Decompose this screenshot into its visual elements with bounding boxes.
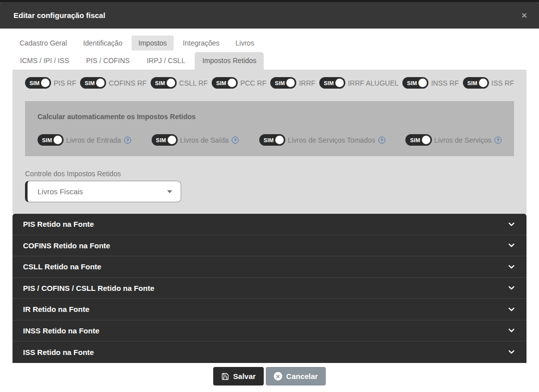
switch-knob-icon	[167, 79, 175, 87]
accordion-label: CSLL Retido na Fonte	[23, 262, 101, 271]
toggle-label: PCC RF	[240, 79, 266, 87]
chevron-down-icon	[507, 241, 516, 250]
accordion-label: IR Retido na Fonte	[23, 305, 90, 313]
save-button[interactable]: Salvar	[213, 367, 264, 385]
toggle-switch[interactable]: SIM	[402, 77, 428, 89]
toggle-switch[interactable]: SIM	[152, 134, 178, 146]
secondary-tab-bar: ICMS / IPI / ISS PIS / COFINS IRPJ / CSL…	[13, 52, 526, 70]
retention-toggle: SIM CSLL RF	[151, 77, 208, 89]
switch-state-label: SIM	[275, 80, 285, 86]
save-button-label: Salvar	[233, 372, 256, 380]
accordion-header[interactable]: ISS Retido na Fonte	[13, 341, 526, 363]
switch-knob-icon	[54, 136, 62, 144]
switch-knob-icon	[286, 79, 295, 87]
primary-tab[interactable]: Livros	[229, 36, 261, 51]
primary-tab[interactable]: Impostos	[132, 36, 174, 51]
help-icon[interactable]: ?	[232, 137, 239, 144]
switch-knob-icon	[335, 79, 344, 87]
chevron-down-icon	[507, 220, 516, 229]
toggle-label: Livros de Serviços Tomados	[288, 136, 375, 144]
auto-calc-toggle-row: SIM Livros de Entrada ? SIM	[38, 134, 501, 146]
chevron-down-icon	[507, 305, 516, 314]
modal-header: Editar configuração fiscal ×	[0, 2, 539, 29]
toggle-label: CSLL RF	[179, 79, 208, 87]
toggle-label: ISS RF	[491, 79, 514, 87]
switch-knob-icon	[479, 79, 487, 87]
retention-toggle: SIM ISS RF	[463, 77, 514, 89]
close-icon[interactable]: ×	[521, 11, 527, 20]
toggle-switch[interactable]: SIM	[259, 134, 285, 146]
accordion-label: INSS Retido na Fonte	[23, 326, 100, 335]
primary-tab[interactable]: Integrações	[176, 36, 226, 51]
switch-knob-icon	[228, 79, 236, 87]
modal-title: Editar configuração fiscal	[14, 11, 105, 20]
toggle-switch[interactable]: SIM	[25, 77, 51, 89]
retention-toggle: SIM INSS RF	[402, 77, 458, 89]
impostos-retidos-panel: SIM PIS RF SIM COFINS RF	[13, 70, 526, 214]
cancel-button[interactable]: × Cancelar	[266, 367, 326, 385]
auto-calc-panel: Calcular automaticamente os Impostos Ret…	[25, 101, 514, 156]
controle-label: Controle dos Impostos Retidos	[25, 170, 514, 178]
toggle-label: Livros de Saída	[180, 136, 229, 144]
toggle-label: IRRF ALUGUEL	[348, 79, 398, 87]
toggle-switch[interactable]: SIM	[270, 77, 296, 89]
secondary-tab[interactable]: ICMS / IPI / ISS	[13, 52, 77, 70]
chevron-down-icon	[167, 190, 172, 193]
toggle-switch[interactable]: SIM	[319, 77, 345, 89]
switch-state-label: SIM	[30, 80, 40, 86]
chevron-down-icon	[507, 347, 516, 356]
chevron-down-icon	[507, 262, 516, 271]
toggle-switch[interactable]: SIM	[38, 134, 64, 146]
accordion-header[interactable]: IR Retido na Fonte	[13, 299, 526, 320]
help-icon[interactable]: ?	[494, 137, 501, 144]
accordion-label: ISS Retido na Fonte	[23, 348, 94, 356]
accordion-label: COFINS Retido na Fonte	[23, 241, 110, 250]
modal-footer: Salvar × Cancelar	[0, 363, 539, 392]
toggle-switch[interactable]: SIM	[80, 77, 106, 89]
toggle-switch[interactable]: SIM	[405, 134, 431, 146]
auto-calc-toggle: SIM Livros de Serviços ?	[405, 134, 501, 146]
accordion-label: PIS / COFINS / CSLL Retido na Fonte	[23, 284, 154, 292]
switch-state-label: SIM	[410, 137, 420, 143]
toggle-switch[interactable]: SIM	[151, 77, 177, 89]
accordion-label: PIS Retido na Fonte	[23, 220, 94, 228]
cancel-button-label: Cancelar	[286, 372, 318, 380]
circle-x-icon: ×	[274, 372, 282, 380]
switch-state-label: SIM	[155, 80, 165, 86]
switch-state-label: SIM	[85, 80, 95, 86]
switch-state-label: SIM	[324, 80, 334, 86]
switch-knob-icon	[422, 136, 430, 144]
primary-tab-bar: Cadastro Geral Identificação Impostos In…	[13, 36, 526, 51]
toggle-label: PIS RF	[54, 79, 76, 87]
retention-toggle-row: SIM PIS RF SIM COFINS RF	[25, 77, 514, 89]
help-icon[interactable]: ?	[378, 137, 385, 144]
primary-tab[interactable]: Cadastro Geral	[13, 36, 74, 51]
toggle-label: Livros de Serviços	[434, 136, 491, 144]
secondary-tab[interactable]: IRPJ / CSLL	[139, 52, 193, 70]
accordion-header[interactable]: PIS / COFINS / CSLL Retido na Fonte	[13, 278, 526, 299]
switch-state-label: SIM	[264, 137, 274, 143]
select-value: Livros Fiscais	[38, 187, 83, 196]
switch-knob-icon	[168, 136, 176, 144]
retention-toggle: SIM COFINS RF	[80, 77, 147, 89]
switch-state-label: SIM	[42, 137, 52, 143]
controle-select[interactable]: Livros Fiscais	[25, 181, 181, 202]
retention-toggle: SIM IRRF ALUGUEL	[319, 77, 398, 89]
chevron-down-icon	[507, 283, 516, 292]
switch-knob-icon	[41, 79, 50, 87]
auto-calc-title: Calcular automaticamente os Impostos Ret…	[38, 113, 501, 121]
accordion-list: PIS Retido na Fonte COFINS Retido na Fon…	[13, 214, 526, 363]
fiscal-config-modal: Editar configuração fiscal × Cadastro Ge…	[0, 2, 539, 392]
accordion-header[interactable]: COFINS Retido na Fonte	[13, 235, 526, 257]
accordion-header[interactable]: CSLL Retido na Fonte	[13, 256, 526, 278]
accordion-header[interactable]: PIS Retido na Fonte	[13, 214, 526, 235]
secondary-tab[interactable]: Impostos Retidos	[195, 52, 264, 70]
switch-knob-icon	[418, 79, 427, 87]
switch-state-label: SIM	[156, 137, 166, 143]
secondary-tab[interactable]: PIS / COFINS	[79, 52, 137, 70]
primary-tab[interactable]: Identificação	[76, 36, 130, 51]
help-icon[interactable]: ?	[124, 137, 131, 144]
accordion-header[interactable]: INSS Retido na Fonte	[13, 320, 526, 342]
toggle-switch[interactable]: SIM	[212, 77, 238, 89]
toggle-switch[interactable]: SIM	[463, 77, 489, 89]
